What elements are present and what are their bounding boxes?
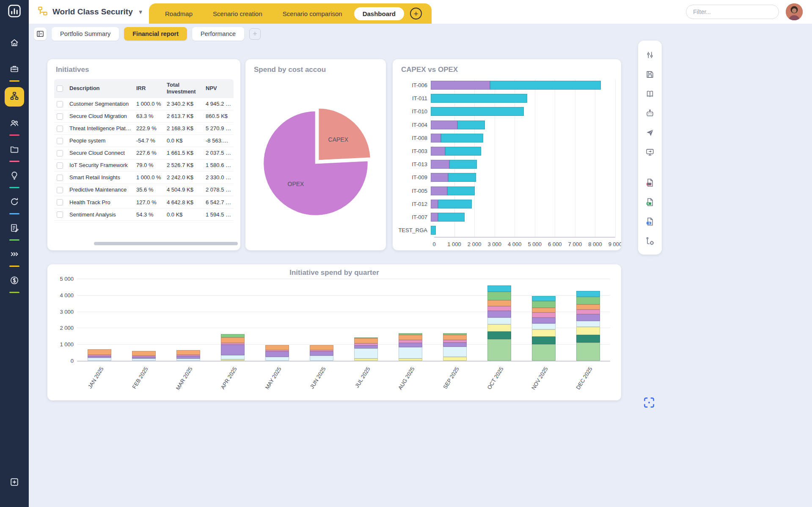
bar-segment-opex[interactable] bbox=[438, 200, 472, 208]
bar-segment-green[interactable] bbox=[221, 334, 245, 337]
bar-segment-opex[interactable] bbox=[447, 186, 475, 195]
bar-segment-paleblue[interactable] bbox=[176, 359, 200, 361]
stacked-bar[interactable] bbox=[176, 350, 200, 361]
bar-segment-capex[interactable] bbox=[431, 147, 445, 156]
fullscreen-icon[interactable] bbox=[642, 396, 656, 409]
bar-segment-purple[interactable] bbox=[487, 311, 511, 318]
tab-performance[interactable]: Performance bbox=[192, 27, 244, 41]
bar-segment-paleblue[interactable] bbox=[132, 359, 156, 361]
bar-segment-yellow[interactable] bbox=[576, 327, 600, 335]
bar-segment-orange[interactable] bbox=[487, 300, 511, 306]
row-checkbox[interactable] bbox=[57, 126, 63, 132]
bar-segment-green[interactable] bbox=[487, 292, 511, 300]
bar-segment-cyan[interactable] bbox=[487, 285, 511, 292]
bar-segment-orange[interactable] bbox=[532, 308, 556, 313]
bar-segment-purple[interactable] bbox=[443, 343, 467, 347]
bar-segment-purple[interactable] bbox=[221, 345, 245, 355]
bar-segment-paleblue[interactable] bbox=[265, 357, 289, 361]
bar-segment-paleblue[interactable] bbox=[88, 358, 111, 361]
bar-segment-opex[interactable] bbox=[441, 134, 483, 143]
bar-segment-teal[interactable] bbox=[576, 335, 600, 343]
bar-segment-capex[interactable] bbox=[431, 121, 457, 129]
bar-segment-orange[interactable] bbox=[88, 349, 111, 355]
send-icon[interactable] bbox=[642, 125, 658, 140]
stacked-bar[interactable] bbox=[532, 296, 556, 361]
sidebar-item-more[interactable] bbox=[5, 246, 24, 264]
row-checkbox[interactable] bbox=[57, 138, 63, 144]
bar-segment-purple[interactable] bbox=[399, 343, 422, 347]
table-row[interactable]: Threat Intelligence Plat…222.9 %2 168.3 … bbox=[54, 122, 234, 134]
bar-segment-opex[interactable] bbox=[490, 81, 601, 90]
bar-segment-green[interactable] bbox=[532, 301, 556, 308]
row-checkbox[interactable] bbox=[57, 211, 63, 218]
row-checkbox[interactable] bbox=[57, 113, 63, 120]
bar-segment-opex[interactable] bbox=[457, 121, 485, 129]
bar-segment-capex[interactable] bbox=[431, 134, 441, 143]
stacked-bar[interactable] bbox=[310, 345, 333, 361]
tab-roadmap[interactable]: Roadmap bbox=[157, 7, 201, 20]
bar-segment-lightgreen[interactable] bbox=[576, 343, 600, 361]
column-header-total-investment[interactable]: Total Investment bbox=[164, 79, 203, 98]
bar-segment-teal[interactable] bbox=[487, 332, 511, 339]
bar-segment-yellow[interactable] bbox=[532, 329, 556, 337]
bar-segment-opex[interactable] bbox=[448, 173, 476, 182]
sliders-icon[interactable] bbox=[642, 47, 658, 63]
row-checkbox[interactable] bbox=[57, 101, 63, 107]
bar-segment-paleblue[interactable] bbox=[576, 321, 600, 327]
bar-segment-opex[interactable] bbox=[431, 226, 436, 235]
bar-segment-paleblue[interactable] bbox=[487, 318, 511, 324]
bar-segment-capex[interactable] bbox=[431, 81, 490, 90]
stacked-bar[interactable] bbox=[487, 285, 511, 361]
app-logo[interactable] bbox=[0, 0, 29, 24]
bar-segment-pink[interactable] bbox=[576, 310, 600, 315]
bar-segment-orange[interactable] bbox=[265, 345, 289, 350]
column-header-description[interactable]: Description bbox=[67, 79, 134, 98]
row-checkbox[interactable] bbox=[57, 150, 63, 156]
bar-segment-paleblue[interactable] bbox=[399, 347, 422, 359]
bar-segment-paleblue[interactable] bbox=[532, 323, 556, 329]
bar-segment-yellow[interactable] bbox=[221, 359, 245, 361]
filter-input[interactable] bbox=[686, 5, 779, 19]
bar-segment-orange[interactable] bbox=[576, 304, 600, 310]
table-row[interactable]: Customer Segmentation1 000.0 %2 340.2 K$… bbox=[54, 98, 234, 110]
bar-segment-lightgreen[interactable] bbox=[487, 339, 511, 361]
sidebar-item-progress[interactable] bbox=[5, 194, 24, 211]
bar-segment-orange[interactable] bbox=[399, 335, 422, 340]
add-view-tab-button[interactable]: + bbox=[249, 28, 261, 40]
bot-icon[interactable] bbox=[642, 106, 658, 121]
table-row[interactable]: Predictive Maintenance35.6 %4 504.9 K$2 … bbox=[54, 184, 234, 196]
tab-portfolio-summary[interactable]: Portfolio Summary bbox=[52, 27, 119, 41]
bar-segment-teal[interactable] bbox=[532, 337, 556, 344]
bar-segment-pink[interactable] bbox=[487, 306, 511, 311]
bar-segment-orange[interactable] bbox=[132, 351, 156, 356]
stacked-bar[interactable] bbox=[221, 334, 245, 361]
export-settings-icon[interactable] bbox=[642, 233, 658, 249]
bar-segment-opex[interactable] bbox=[449, 160, 477, 169]
tab-dashboard[interactable]: Dashboard bbox=[354, 7, 404, 20]
tab-financial-report[interactable]: Financial report bbox=[124, 27, 187, 41]
bar-segment-paleblue[interactable] bbox=[354, 348, 378, 359]
bar-segment-green[interactable] bbox=[576, 297, 600, 304]
row-checkbox[interactable] bbox=[57, 175, 63, 181]
bar-segment-capex[interactable] bbox=[431, 160, 449, 169]
collapse-panel-icon[interactable] bbox=[34, 27, 47, 40]
bar-segment-pink[interactable] bbox=[532, 312, 556, 318]
sidebar-item-tasks[interactable] bbox=[5, 220, 24, 238]
table-row[interactable]: People system-54.7 %0.0 K$-8 563.4 K$ bbox=[54, 134, 234, 147]
stacked-bar[interactable] bbox=[132, 351, 156, 361]
export-doc-icon[interactable] bbox=[642, 214, 658, 229]
bar-segment-purple[interactable] bbox=[354, 345, 378, 348]
sidebar-item-ideas[interactable] bbox=[5, 167, 24, 185]
stacked-bar[interactable] bbox=[576, 291, 600, 361]
bar-segment-purple[interactable] bbox=[265, 351, 289, 357]
bar-segment-purple[interactable] bbox=[176, 356, 200, 359]
bar-segment-paleblue[interactable] bbox=[443, 347, 467, 357]
table-row[interactable]: Smart Retail Insights1 000.0 %2 242.0 K$… bbox=[54, 171, 234, 184]
row-checkbox[interactable] bbox=[57, 199, 63, 206]
bar-segment-orange[interactable] bbox=[221, 337, 245, 343]
pie-slice-capex[interactable] bbox=[318, 108, 371, 160]
export-pdf-icon[interactable]: PDF bbox=[642, 175, 658, 190]
bar-segment-orange[interactable] bbox=[354, 338, 378, 343]
bar-segment-opex[interactable] bbox=[431, 94, 527, 103]
bar-segment-paleblue[interactable] bbox=[310, 356, 333, 361]
